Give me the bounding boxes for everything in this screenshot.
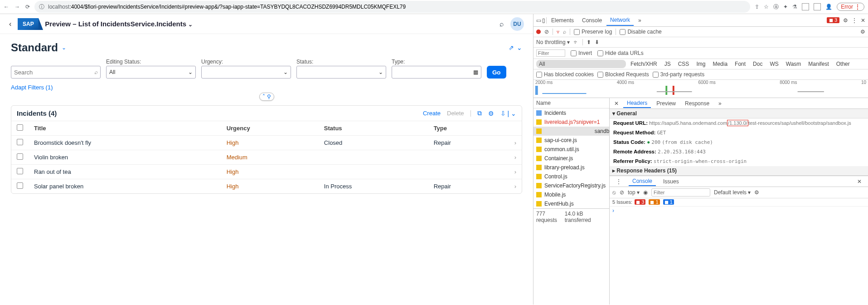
copy-icon[interactable]: ⧉ (477, 109, 482, 117)
extensions-icon[interactable]: ✦ (783, 4, 788, 10)
upload-icon[interactable]: ⬆ (587, 39, 591, 45)
filter-type-other[interactable]: Other (834, 60, 853, 68)
clear-icon[interactable]: ⊘ (544, 29, 549, 35)
response-headers-section[interactable]: ▸ Response Headers (15) (610, 166, 868, 176)
export-icon[interactable]: ⇗ (509, 44, 514, 51)
share-menu-icon[interactable]: ⌄ (517, 44, 522, 51)
status-select[interactable]: ⌄ (296, 66, 386, 79)
nav-icon[interactable]: › (508, 179, 522, 194)
forward-icon[interactable]: → (15, 4, 20, 10)
row-checkbox[interactable] (17, 168, 23, 174)
star-icon[interactable]: ☆ (764, 4, 769, 10)
search-icon[interactable]: ⌕ (563, 29, 566, 35)
drawer-tab-console[interactable]: Console (629, 177, 656, 186)
name-header[interactable]: Name (533, 98, 609, 108)
invert-checkbox[interactable]: Invert (571, 50, 592, 56)
general-section[interactable]: ▾ General (610, 109, 868, 118)
tab-elements[interactable]: Elements (548, 15, 577, 25)
throttling-select[interactable]: No throttling ▾ (536, 39, 570, 45)
omnibox[interactable]: ⓘ localhost:4004/$fiori-preview/Incident… (34, 1, 750, 13)
disable-cache-checkbox[interactable]: Disable cache (620, 29, 661, 35)
error-pill[interactable]: Error ⋮ (837, 3, 864, 11)
filter-type-font[interactable]: Font (732, 60, 748, 68)
adapt-filters-link[interactable]: Adapt Filters (1) (11, 84, 53, 91)
kebab-icon[interactable]: ⋮ (852, 17, 857, 24)
record-icon[interactable] (536, 30, 541, 34)
request-item[interactable]: ServiceFactoryRegistry.js (533, 181, 609, 190)
back-icon[interactable]: ← (4, 4, 9, 10)
tab-headers[interactable]: Headers (623, 99, 651, 108)
eye-icon[interactable]: ◉ (643, 189, 648, 196)
request-item[interactable]: Control.js (533, 172, 609, 181)
tab-network[interactable]: Network (606, 15, 634, 26)
filter-type-ws[interactable]: WS (767, 60, 781, 68)
wifi-icon[interactable]: ᯤ (573, 39, 579, 45)
download-icon[interactable]: ⬇ (595, 39, 599, 45)
filter-type-wasm[interactable]: Wasm (783, 60, 804, 68)
row-checkbox[interactable] (17, 182, 23, 189)
cloud-icon[interactable]: ⓐ (773, 3, 779, 11)
filter-type-media[interactable]: Media (710, 60, 730, 68)
request-item[interactable]: livereload.js?snipver=1 (533, 118, 609, 127)
filter-type-img[interactable]: Img (693, 60, 708, 68)
row-checkbox[interactable] (17, 139, 23, 145)
app-icon-2[interactable] (814, 3, 821, 10)
filter-type-js[interactable]: JS (662, 60, 674, 68)
close-icon[interactable]: ✕ (611, 100, 621, 107)
search-input-inner[interactable] (14, 69, 94, 76)
context-select[interactable]: top ▾ (628, 189, 640, 196)
close-icon[interactable]: ✕ (861, 17, 865, 24)
issues-summary[interactable]: 5 Issues: ◼ 3 ◼ 1 ◼ 1 (610, 198, 868, 207)
table-row[interactable]: Violin broken Medium › (11, 150, 522, 165)
tab-more[interactable]: » (635, 15, 645, 25)
select-all-checkbox[interactable] (17, 124, 23, 131)
stop-icon[interactable]: ⊘ (620, 189, 624, 196)
search-icon[interactable]: ⌕ (94, 69, 97, 75)
blocked-requests-checkbox[interactable]: Blocked Requests (597, 71, 649, 78)
filter-type-all[interactable]: All (536, 60, 626, 68)
drawer-tab-issues[interactable]: Issues (659, 177, 683, 186)
request-item[interactable]: Mobile.js (533, 190, 609, 199)
create-button[interactable]: Create (423, 110, 441, 117)
request-item[interactable]: sap-ui-core.js (533, 136, 609, 145)
urgency-select[interactable]: ⌄ (201, 66, 291, 79)
col-title[interactable]: Title (29, 121, 221, 136)
inspect-icon[interactable]: ▭ (536, 17, 541, 24)
nav-icon[interactable]: › (508, 165, 522, 179)
search-icon[interactable]: ⌕ (499, 20, 504, 28)
type-valuehelp[interactable]: ▦ (392, 66, 481, 79)
site-info-icon[interactable]: ⓘ (39, 3, 44, 11)
timeline[interactable]: 2000 ms4000 ms6000 ms8000 ms10 (533, 80, 868, 98)
gear-icon[interactable]: ⚙ (843, 17, 848, 24)
levels-select[interactable]: Default levels ▾ (714, 189, 751, 196)
gear-icon[interactable]: ⚙ (754, 189, 759, 196)
editing-status-select[interactable]: All ⌄ (106, 66, 196, 79)
kebab-icon[interactable]: ⋮ (612, 177, 625, 186)
clear-console-icon[interactable]: ⦸ (612, 189, 616, 196)
net-settings-icon[interactable]: ⚙ (860, 29, 865, 35)
tab-preview[interactable]: Preview (653, 99, 679, 108)
flask-icon[interactable]: ⚗ (792, 4, 797, 10)
row-checkbox[interactable] (17, 153, 23, 160)
go-button[interactable]: Go (487, 66, 506, 79)
search-input[interactable]: ⌕ (11, 66, 101, 79)
share-icon[interactable]: ⇪ (755, 4, 759, 10)
request-item[interactable]: sandbox.js (533, 127, 610, 136)
tab-console[interactable]: Console (578, 15, 606, 25)
profile-icon[interactable]: 👤 (825, 4, 832, 10)
close-icon[interactable]: ✕ (853, 177, 865, 186)
tab-more[interactable]: » (715, 99, 725, 108)
filter-input[interactable] (536, 49, 565, 57)
request-item[interactable]: Incidents (533, 108, 609, 118)
export-menu-icon[interactable]: ⇩ | ⌄ (500, 110, 516, 117)
filter-type-fetch/xhr[interactable]: Fetch/XHR (628, 60, 660, 68)
shell-back-icon[interactable]: ‹ (9, 20, 11, 28)
app-icon-1[interactable] (802, 3, 809, 10)
avatar[interactable]: DU (510, 17, 524, 31)
third-party-checkbox[interactable]: 3rd-party requests (653, 71, 704, 78)
settings-icon[interactable]: ⚙ (488, 110, 494, 117)
filter-toggle-icon[interactable]: ▿ (557, 29, 559, 35)
col-status[interactable]: Status (319, 121, 428, 136)
filter-type-manifest[interactable]: Manifest (805, 60, 831, 68)
error-badge[interactable]: ◼ 3 (827, 17, 839, 23)
